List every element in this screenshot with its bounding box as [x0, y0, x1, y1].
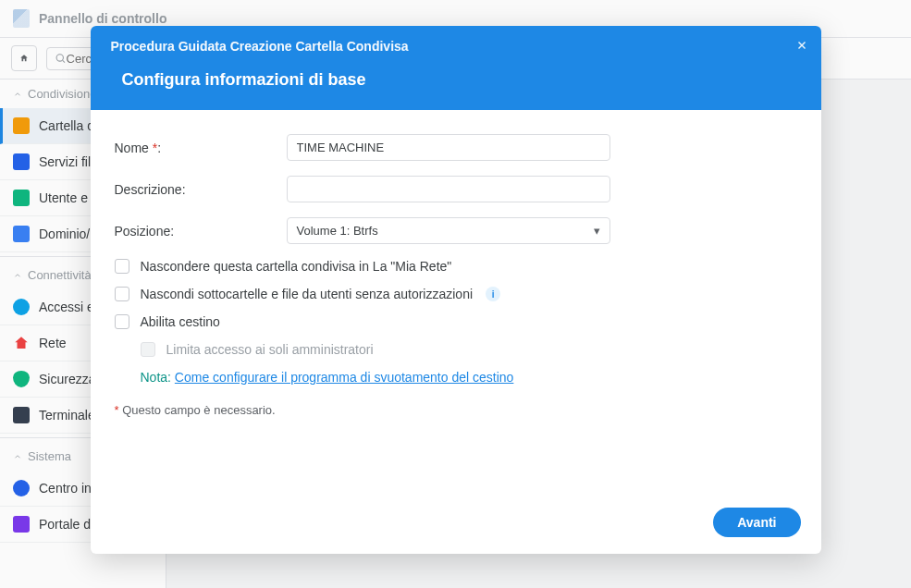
checkbox-enable-bin[interactable]: Abilita cestino: [115, 314, 797, 329]
checkbox-icon: [115, 287, 129, 301]
wizard-title: Procedura Guidata Creazione Cartella Con…: [111, 39, 801, 54]
checkbox-icon: [115, 259, 129, 274]
name-input[interactable]: [287, 134, 610, 161]
checkbox-icon: [115, 314, 129, 329]
label-name: Nome *:: [115, 141, 287, 155]
close-icon: [795, 39, 808, 52]
row-name: Nome *:: [115, 134, 797, 161]
note-link[interactable]: Come configurare il programma di svuotam…: [175, 370, 514, 385]
note: Nota: Come configurare il programma di s…: [141, 370, 797, 385]
checkbox-label: Limita accesso ai soli amministratori: [166, 342, 374, 357]
modal-footer: Avanti: [91, 498, 821, 554]
checkbox-label: Abilita cestino: [141, 314, 220, 329]
checkbox-icon: [141, 342, 155, 357]
close-button[interactable]: [795, 37, 808, 56]
required-hint: * Questo campo è necessario.: [115, 403, 797, 417]
note-label: Nota:: [141, 370, 171, 385]
label-description: Descrizione:: [115, 182, 287, 197]
select-value: Volume 1: Btrfs: [297, 224, 378, 238]
checkbox-hide-subfolders[interactable]: Nascondi sottocartelle e file da utenti …: [115, 287, 797, 301]
next-button[interactable]: Avanti: [713, 508, 800, 537]
checkbox-restrict-admins: Limita accesso ai soli amministratori: [141, 342, 797, 357]
modal-body: Nome *: Descrizione: Posizione: Volume 1…: [91, 110, 821, 498]
row-location: Posizione: Volume 1: Btrfs ▾: [115, 217, 797, 244]
label-location: Posizione:: [115, 224, 287, 239]
chevron-down-icon: ▾: [594, 224, 600, 238]
checkbox-hide-network[interactable]: Nascondere questa cartella condivisa in …: [115, 259, 797, 274]
row-description: Descrizione:: [115, 176, 797, 202]
shared-folder-wizard: Procedura Guidata Creazione Cartella Con…: [91, 26, 821, 554]
checkbox-label: Nascondere questa cartella condivisa in …: [141, 259, 452, 274]
checkbox-label: Nascondi sottocartelle e file da utenti …: [141, 287, 474, 301]
description-input[interactable]: [287, 176, 610, 202]
modal-header: Procedura Guidata Creazione Cartella Con…: [91, 26, 821, 110]
modal-heading: Configura informazioni di base: [111, 70, 801, 90]
location-select[interactable]: Volume 1: Btrfs ▾: [287, 217, 610, 244]
modal-backdrop: Procedura Guidata Creazione Cartella Con…: [0, 0, 911, 588]
info-icon[interactable]: i: [486, 287, 500, 301]
